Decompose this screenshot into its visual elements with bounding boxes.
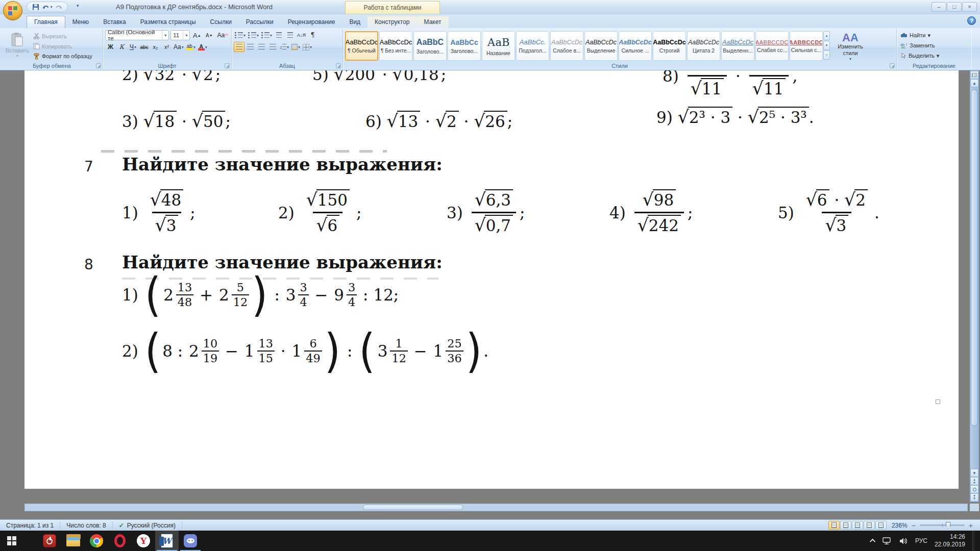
word-count[interactable]: Число слов: 8 [60,521,112,530]
vertical-scroll-thumb[interactable] [971,89,978,426]
close-button[interactable]: × [962,2,977,12]
style-card[interactable]: AaBbCc.Подзагол... [516,31,549,61]
start-button[interactable] [0,531,23,551]
taskbar-chrome[interactable] [85,531,108,551]
font-color-button[interactable]: А▾ [197,42,208,52]
taskbar-opera[interactable] [108,531,132,551]
increase-indent-button[interactable] [285,30,296,40]
style-card[interactable]: AaBbCcDcЦитата 2 [687,31,720,61]
language-indicator[interactable]: ✓ Русский (Россия) [113,521,182,530]
styles-dialog-launcher[interactable] [890,63,895,68]
shrink-font-button[interactable]: А▼ [204,30,214,40]
page-indicator[interactable]: Страница: 1 из 1 [0,521,60,530]
tab-page-layout[interactable]: Разметка страницы [133,16,203,28]
style-card[interactable]: AABBCCDCСлабая сс... [755,31,789,61]
tab-view[interactable]: Вид [342,16,368,28]
previous-page-button[interactable]: ▲▲ [970,477,978,485]
line-spacing-button[interactable]: ↕▾ [279,42,290,52]
ruler-toggle-button[interactable] [970,71,978,79]
style-card[interactable]: AaBbCcDc¶ Без инте... [379,31,412,61]
zoom-level[interactable]: 236% [892,522,908,529]
font-name-select[interactable]: Calibri (Основной те▾ [105,30,169,40]
font-size-select[interactable]: 11▾ [170,30,190,40]
tab-design[interactable]: Конструктор [368,16,416,28]
table-resize-handle[interactable] [936,399,940,404]
tray-chevron-icon[interactable] [870,539,875,544]
minimize-button[interactable]: – [932,2,946,12]
vertical-scrollbar[interactable]: ▲ ▼ ▲▲ ▼▼ [970,70,979,502]
bullets-button[interactable]: ▾ [234,30,247,40]
show-desktop-button[interactable] [972,531,975,551]
style-card[interactable]: AaBbCЗаголово... [413,31,447,61]
align-center-button[interactable] [245,42,256,52]
full-screen-view-button[interactable] [840,521,851,530]
borders-button[interactable]: ▾ [302,42,313,52]
numbering-button[interactable]: ▾ [247,30,260,40]
change-case-button[interactable]: Aa▾ [173,42,185,52]
sort-button[interactable]: А↓Я [296,30,307,40]
scroll-up-button[interactable]: ▲ [970,79,978,87]
style-card[interactable]: AaBbCcЗаголово... [448,31,481,61]
justify-button[interactable] [267,42,278,52]
save-button[interactable] [31,3,40,12]
qat-customize-button[interactable]: ▾ [77,3,79,8]
style-card[interactable]: AaBbCcDcСтрогий [653,31,686,61]
taskbar-discord[interactable] [179,531,202,551]
horizontal-scroll-thumb[interactable] [363,505,463,510]
taskbar-power-app[interactable] [38,531,61,551]
draft-view-button[interactable] [875,521,887,530]
paste-button[interactable]: Вставить ▾ [3,30,32,61]
tab-mailings[interactable]: Рассылки [239,16,281,28]
highlight-button[interactable]: ab▾ [185,42,197,52]
maximize-button[interactable]: □ [947,2,962,12]
next-page-button[interactable]: ▼▼ [970,493,978,502]
decrease-indent-button[interactable] [274,30,284,40]
tab-home[interactable]: Главная [27,16,65,28]
underline-button[interactable]: Ч▾ [128,42,138,52]
copy-button[interactable]: Копировать [32,42,94,51]
change-styles-button[interactable]: АА Изменить стили ▾ [830,30,870,61]
zoom-slider[interactable] [920,524,965,526]
clipboard-dialog-launcher[interactable] [96,63,101,68]
print-layout-view-button[interactable] [828,521,840,530]
styles-scroll-down-button[interactable]: ▾ [823,41,830,50]
superscript-button[interactable]: x² [161,42,172,52]
document-page[interactable]: 2) √32 · √2;5) √200 · √0,18;8) √11 · √11… [24,70,959,489]
undo-button[interactable]: ▾ [41,3,53,12]
zoom-slider-handle[interactable] [946,522,950,529]
office-button[interactable] [3,1,22,20]
horizontal-scrollbar[interactable] [24,504,968,511]
browse-object-button[interactable] [970,485,978,493]
style-card[interactable]: AABBCCDCСильная с... [790,31,823,61]
help-button[interactable]: ? [967,16,976,25]
style-card[interactable]: AaBbCcDcСлабое в... [550,31,583,61]
paragraph-dialog-launcher[interactable] [336,63,341,68]
replace-button[interactable]: abac Заменить [899,40,969,51]
clear-formatting-button[interactable]: Аа [216,30,229,40]
taskbar-explorer[interactable] [61,531,85,551]
show-marks-button[interactable]: ¶ [307,30,318,40]
cut-button[interactable]: Вырезать [32,32,94,41]
find-button[interactable]: Найти▾ [899,30,969,40]
clock[interactable]: 14:26 22.09.2019 [935,533,965,548]
format-painter-button[interactable]: Формат по образцу [32,52,94,61]
web-layout-view-button[interactable] [852,521,863,530]
volume-icon[interactable] [899,537,908,545]
strikethrough-button[interactable]: abc [139,42,150,52]
tab-references[interactable]: Ссылки [203,16,239,28]
outline-view-button[interactable] [864,521,875,530]
tab-review[interactable]: Рецензирование [281,16,342,28]
styles-scroll-up-button[interactable]: ▴ [823,31,830,40]
network-icon[interactable] [883,537,892,545]
grow-font-button[interactable]: А▲ [191,30,202,40]
shading-button[interactable]: ▾ [290,42,301,52]
tray-language-indicator[interactable]: РУС [915,537,927,544]
zoom-out-button[interactable]: − [912,521,916,530]
style-card[interactable]: AaBbCcDc¶ Обычный [345,31,378,61]
styles-more-button[interactable]: ▿ [823,51,830,60]
subscript-button[interactable]: x₂ [150,42,161,52]
tab-insert[interactable]: Вставка [96,16,133,28]
italic-button[interactable]: К [116,42,127,52]
style-card[interactable]: AaBbCcDcВыделение [584,31,618,61]
scroll-down-button[interactable]: ▼ [970,469,978,477]
